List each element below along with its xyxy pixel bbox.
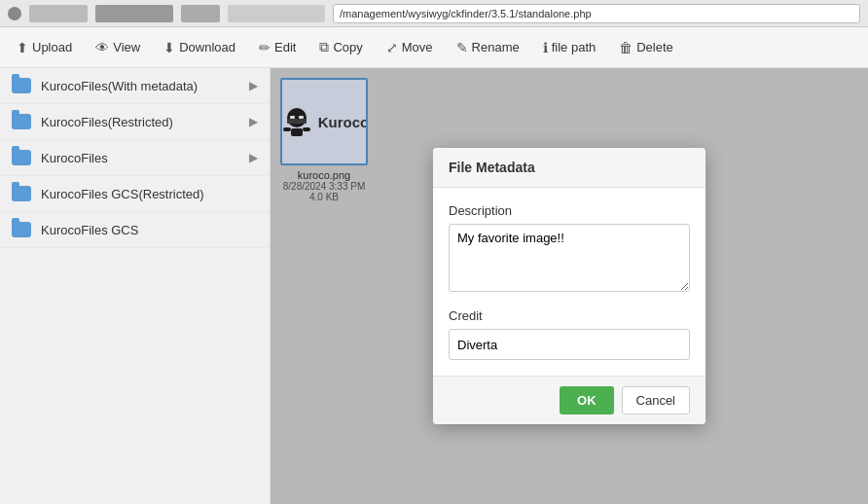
rename-icon: ✎: [456, 40, 468, 55]
sidebar-label-0: KurocoFiles(With metadata): [41, 79, 239, 93]
modal-body: Description My favorite image!! Credit: [433, 188, 705, 376]
chevron-icon-2: ▶: [249, 151, 258, 164]
description-textarea[interactable]: My favorite image!!: [449, 224, 690, 292]
cancel-button[interactable]: Cancel: [622, 386, 690, 414]
view-button[interactable]: 👁 View: [85, 33, 151, 62]
upload-icon: ⬆: [17, 40, 28, 55]
sidebar-label-1: KurocoFiles(Restricted): [41, 115, 239, 129]
upload-button[interactable]: ⬆ Upload: [6, 33, 83, 62]
toolbar: ⬆ Upload 👁 View ⬇ Download ✏ Edit ⧉ Copy…: [0, 27, 868, 68]
tab-2[interactable]: [95, 5, 173, 22]
sidebar-label-2: KurocoFiles: [41, 151, 239, 165]
copy-button[interactable]: ⧉ Copy: [308, 32, 373, 62]
modal-overlay: File Metadata Description My favorite im…: [271, 68, 868, 504]
sidebar-item-3[interactable]: KurocoFiles GCS(Restricted): [0, 176, 270, 212]
browser-topbar: /management/wysiwyg/ckfinder/3.5.1/stand…: [0, 0, 868, 27]
view-icon: 👁: [95, 40, 109, 55]
download-label: Download: [179, 40, 235, 54]
view-label: View: [113, 40, 140, 54]
move-icon: ⤢: [386, 40, 398, 55]
folder-icon-1: [12, 114, 31, 129]
credit-input[interactable]: [449, 329, 690, 360]
filepath-button[interactable]: ℹ file path: [532, 33, 607, 62]
edit-icon: ✏: [259, 40, 271, 55]
folder-icon-0: [12, 78, 31, 93]
edit-button[interactable]: ✏ Edit: [248, 33, 307, 62]
folder-icon-2: [12, 150, 31, 165]
sidebar-item-1[interactable]: KurocoFiles(Restricted) ▶: [0, 104, 270, 140]
url-text: /management/wysiwyg/ckfinder/3.5.1/stand…: [340, 8, 592, 19]
sidebar-label-4: KurocoFiles GCS: [41, 223, 258, 237]
filepath-icon: ℹ: [543, 40, 548, 55]
file-area: Kuroco kuroco.png 8/28/2024 3:33 PM 4.0 …: [271, 68, 868, 504]
download-button[interactable]: ⬇ Download: [153, 33, 246, 62]
tab-1[interactable]: [29, 5, 88, 22]
modal-footer: OK Cancel: [433, 376, 705, 424]
rename-button[interactable]: ✎ Rename: [446, 33, 530, 62]
chevron-icon-1: ▶: [249, 115, 258, 128]
move-button[interactable]: ⤢ Move: [376, 33, 444, 62]
download-icon: ⬇: [163, 40, 175, 55]
main-content: KurocoFiles(With metadata) ▶ KurocoFiles…: [0, 68, 868, 504]
browser-icon: [8, 7, 21, 20]
sidebar-item-2[interactable]: KurocoFiles ▶: [0, 140, 270, 176]
copy-label: Copy: [333, 40, 362, 54]
copy-icon: ⧉: [319, 39, 329, 55]
folder-icon-3: [12, 186, 31, 201]
move-label: Move: [402, 40, 433, 54]
sidebar-label-3: KurocoFiles GCS(Restricted): [41, 187, 258, 201]
url-bar[interactable]: /management/wysiwyg/ckfinder/3.5.1/stand…: [333, 4, 860, 23]
description-label: Description: [449, 203, 690, 218]
modal-title: File Metadata: [449, 160, 535, 175]
sidebar: KurocoFiles(With metadata) ▶ KurocoFiles…: [0, 68, 271, 504]
tab-3[interactable]: [181, 5, 220, 22]
chevron-icon-0: ▶: [249, 79, 258, 92]
filepath-label: file path: [552, 40, 597, 54]
delete-icon: 🗑: [619, 40, 633, 55]
tab-4[interactable]: [228, 5, 325, 22]
ok-button[interactable]: OK: [560, 386, 614, 414]
upload-label: Upload: [32, 40, 72, 54]
rename-label: Rename: [472, 40, 520, 54]
credit-label: Credit: [449, 308, 690, 323]
sidebar-item-4[interactable]: KurocoFiles GCS: [0, 212, 270, 248]
edit-label: Edit: [274, 40, 296, 54]
delete-label: Delete: [636, 40, 673, 54]
modal-dialog: File Metadata Description My favorite im…: [433, 148, 705, 424]
modal-header: File Metadata: [433, 148, 705, 188]
folder-icon-4: [12, 222, 31, 237]
sidebar-item-0[interactable]: KurocoFiles(With metadata) ▶: [0, 68, 270, 104]
delete-button[interactable]: 🗑 Delete: [608, 33, 684, 62]
